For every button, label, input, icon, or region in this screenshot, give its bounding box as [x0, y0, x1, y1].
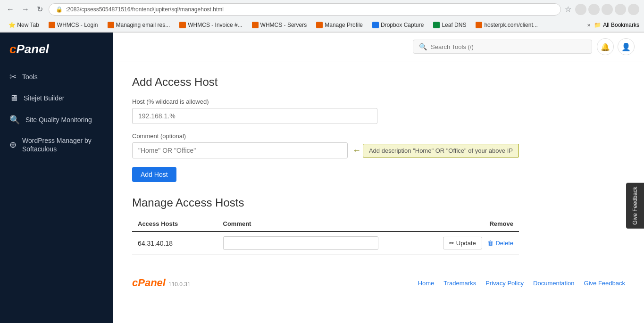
update-button[interactable]: ✏ Update [443, 237, 482, 249]
extensions-area [575, 4, 639, 15]
bookmark-dropbox[interactable]: Dropbox Capture [368, 20, 427, 30]
header-icons: 🔔 👤 [597, 38, 635, 55]
manage-access-hosts-title: Manage Access Hosts [132, 196, 519, 209]
add-host-button[interactable]: Add Host [132, 167, 176, 182]
bookmark-label: hosterpk.com/client... [484, 22, 537, 28]
search-icon: 🔍 [419, 43, 427, 50]
wordpress-icon: ⊕ [9, 140, 17, 150]
trash-icon: 🗑 [487, 240, 493, 247]
sidebar-nav: ✂ Tools 🖥 Sitejet Builder 🔍 Site Quality… [0, 61, 113, 323]
bookmark-new-tab[interactable]: ⭐ New Tab [5, 20, 43, 30]
ext-button-2[interactable] [588, 4, 600, 15]
page-content: Add Access Host Host (% wildcard is allo… [113, 61, 538, 269]
host-input[interactable] [132, 108, 377, 124]
site-quality-icon: 🔍 [9, 115, 20, 125]
bookmark-icon [179, 22, 186, 28]
host-form-group: Host (% wildcard is allowed) [132, 98, 519, 124]
sidebar-item-site-quality[interactable]: 🔍 Site Quality Monitoring [0, 109, 113, 131]
bookmark-manage-profile[interactable]: Manage Profile [312, 20, 367, 30]
ext-button-5[interactable] [628, 4, 639, 15]
bookmark-icon [476, 22, 482, 28]
sitejet-icon: 🖥 [9, 93, 18, 103]
url-text: :2083/cpsess5054871516/frontend/jupiter/… [66, 6, 224, 13]
tooltip-box: Add description "Home" OR "Office" of yo… [363, 144, 519, 157]
update-label: Update [456, 240, 476, 247]
ext-button-3[interactable] [602, 4, 613, 15]
ext-button-4[interactable] [615, 4, 626, 15]
bookmarks-more-button[interactable]: » [587, 22, 591, 28]
app-container: cPanel ✂ Tools 🖥 Sitejet Builder 🔍 Site … [0, 33, 644, 323]
bookmark-star-button[interactable]: ☆ [565, 5, 571, 14]
bookmark-icon [433, 22, 440, 28]
back-button[interactable]: ← [5, 3, 16, 16]
footer-privacy-link[interactable]: Privacy Policy [485, 280, 524, 287]
main-content: 🔍 🔔 👤 Add Access Host Host (% wildcard i… [113, 33, 644, 323]
browser-toolbar: ← → ↻ 🔒 :2083/cpsess5054871516/frontend/… [0, 0, 644, 18]
bookmark-label: Leaf DNS [442, 22, 466, 28]
bookmark-label: Manage Profile [325, 22, 363, 28]
host-comment-input[interactable] [223, 236, 378, 250]
delete-label: Delete [495, 240, 513, 247]
bookmark-label: WHMCS - Invoice #... [188, 22, 242, 28]
reload-button[interactable]: ↻ [35, 3, 45, 16]
host-ip-cell: 64.31.40.18 [132, 232, 217, 255]
bookmark-label: WHMCS - Servers [260, 22, 307, 28]
table-header-row: Access Hosts Comment Remove [132, 216, 519, 232]
manage-section: Manage Access Hosts Access Hosts Comment… [132, 196, 519, 255]
ext-button-1[interactable] [575, 4, 586, 15]
host-comment-cell [217, 232, 384, 255]
sidebar-item-wordpress-label: WordPress Manager by Softaculous [22, 136, 104, 153]
user-profile-button[interactable]: 👤 [618, 38, 635, 55]
bookmark-label: Dropbox Capture [381, 22, 424, 28]
bookmark-whmcs-servers[interactable]: WHMCS - Servers [248, 20, 311, 30]
search-bar-container: 🔍 [413, 40, 592, 54]
bookmarks-folder[interactable]: 📁 All Bookmarks [594, 22, 639, 28]
tools-icon: ✂ [9, 72, 17, 82]
bookmark-icon [372, 22, 379, 28]
bookmark-icon [108, 22, 114, 28]
bookmark-label: WHMCS - Login [57, 22, 98, 28]
sidebar-item-site-quality-label: Site Quality Monitoring [25, 116, 92, 124]
bookmark-managing-email[interactable]: Managing email res... [104, 20, 174, 30]
sidebar-logo: cPanel [0, 33, 113, 61]
host-actions-cell: ✏ Update 🗑 Delete [384, 232, 519, 255]
th-comment: Comment [217, 216, 384, 232]
tooltip-arrow: ← Add description "Home" OR "Office" of … [352, 144, 519, 157]
forward-button[interactable]: → [20, 3, 31, 16]
sidebar-item-sitejet-label: Sitejet Builder [24, 94, 64, 102]
hosts-table: Access Hosts Comment Remove 64.31.40.18 [132, 216, 519, 255]
browser-chrome: ← → ↻ 🔒 :2083/cpsess5054871516/frontend/… [0, 0, 644, 33]
address-bar[interactable]: 🔒 :2083/cpsess5054871516/frontend/jupite… [49, 3, 561, 16]
sidebar-item-wordpress[interactable]: ⊕ WordPress Manager by Softaculous [0, 131, 113, 159]
comment-input[interactable] [132, 142, 348, 158]
sidebar-item-sitejet[interactable]: 🖥 Sitejet Builder [0, 88, 113, 109]
bookmark-whmcs-invoice[interactable]: WHMCS - Invoice #... [176, 20, 246, 30]
footer-give-feedback-link[interactable]: Give Feedback [584, 280, 625, 287]
search-input[interactable] [431, 43, 586, 50]
footer-cpanel-logo: cPanel [132, 277, 166, 289]
footer: cPanel 110.0.31 Home Trademarks Privacy … [113, 269, 644, 297]
footer-home-link[interactable]: Home [418, 280, 435, 287]
bookmark-label: ⭐ New Tab [8, 22, 39, 28]
main-header: 🔍 🔔 👤 [113, 33, 644, 61]
comment-form-group: Comment (optional) ← Add description "Ho… [132, 133, 519, 158]
bookmark-leaf-dns[interactable]: Leaf DNS [429, 20, 470, 30]
bookmarks-bar: ⭐ New Tab WHMCS - Login Managing email r… [0, 18, 644, 32]
cpanel-logo-text: cPanel [9, 42, 104, 57]
footer-links: Home Trademarks Privacy Policy Documenta… [418, 280, 625, 287]
sidebar-item-tools[interactable]: ✂ Tools [0, 66, 113, 88]
bookmark-hosterpk[interactable]: hosterpk.com/client... [472, 20, 541, 30]
arrow-icon: ← [352, 146, 361, 156]
th-access-hosts: Access Hosts [132, 216, 217, 232]
host-label: Host (% wildcard is allowed) [132, 98, 519, 105]
footer-trademarks-link[interactable]: Trademarks [443, 280, 476, 287]
table-row: 64.31.40.18 ✏ Update [132, 232, 519, 255]
footer-documentation-link[interactable]: Documentation [533, 280, 574, 287]
delete-button[interactable]: 🗑 Delete [487, 240, 513, 247]
folder-icon: 📁 [594, 22, 601, 28]
bookmark-whmcs-login[interactable]: WHMCS - Login [45, 20, 102, 30]
feedback-widget[interactable]: Give Feedback [626, 183, 644, 229]
sidebar: cPanel ✂ Tools 🖥 Sitejet Builder 🔍 Site … [0, 33, 113, 323]
bookmark-icon [316, 22, 323, 28]
notifications-button[interactable]: 🔔 [597, 38, 614, 55]
